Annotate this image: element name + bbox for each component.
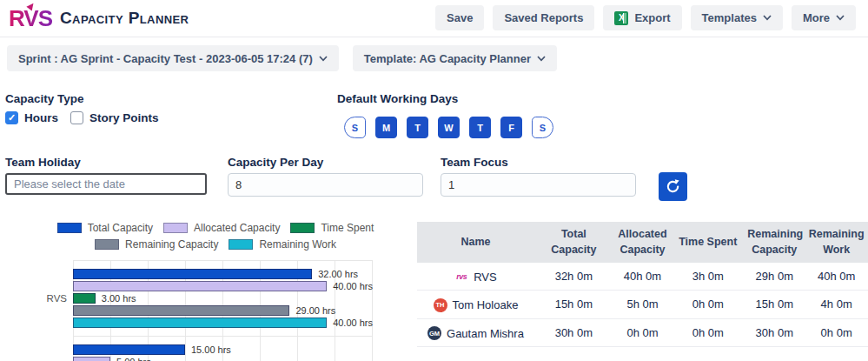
save-button[interactable]: Save: [435, 5, 484, 30]
story-points-label: Story Points: [89, 111, 159, 124]
chart-legend: Total CapacityAllocated CapacityTime Spe…: [50, 222, 381, 251]
remaining-capacity-cell: 15h 0m: [744, 291, 805, 319]
story-points-option[interactable]: Story Points: [70, 111, 159, 124]
working-days-label: Default Working Days: [337, 92, 553, 105]
column-header-allocated-capacity: Allocated Capacity: [613, 222, 672, 263]
allocated-cell: 5h 0m: [613, 291, 672, 319]
legend-item-remaining-work[interactable]: Remaining Work: [229, 238, 335, 251]
brand: RVS Capacity Planner: [9, 7, 189, 30]
legend-item-allocated-capacity[interactable]: Allocated Capacity: [163, 222, 280, 234]
team-focus-label: Team Focus: [441, 156, 636, 169]
category-label: RVS: [0, 293, 73, 304]
working-days-row: SMTWTFS: [337, 117, 553, 138]
hours-checkbox[interactable]: ✓: [5, 111, 18, 124]
legend-swatch: [57, 223, 82, 233]
sprint-selector-label: Sprint : AG Sprint - Capacity Test - 202…: [18, 52, 313, 65]
capacity-type-group: Capacity Type ✓ Hours Story Points: [5, 92, 332, 138]
legend-item-total-capacity[interactable]: Total Capacity: [57, 222, 153, 234]
sprint-selector[interactable]: Sprint : AG Sprint - Capacity Test - 202…: [7, 45, 339, 71]
saved-reports-button[interactable]: Saved Reports: [493, 5, 594, 30]
capacity-table: NameTotal CapacityAllocated CapacityTime…: [417, 222, 868, 347]
chevron-down-icon: [763, 15, 772, 21]
hours-label: Hours: [24, 111, 58, 124]
working-days-group: Default Working Days SMTWTFS: [332, 92, 553, 138]
templates-button[interactable]: Templates: [691, 5, 783, 30]
template-selector[interactable]: Template: AG Capacity Planner: [353, 45, 557, 71]
capacity-table-wrap: NameTotal CapacityAllocated CapacityTime…: [417, 222, 868, 361]
template-selector-label: Template: AG Capacity Planner: [364, 52, 531, 65]
remaining-capacity-cell: 30h 0m: [744, 318, 805, 347]
legend-item-remaining-capacity[interactable]: Remaining Capacity: [95, 238, 218, 251]
user-name: Gautam Mishra: [447, 327, 524, 340]
name-cell: rvsRVS: [417, 263, 534, 291]
refresh-button[interactable]: [659, 172, 687, 201]
chevron-down-icon: [537, 56, 546, 62]
time-spent-cell: 0h 0m: [672, 318, 744, 347]
working-day-1-m[interactable]: M: [375, 117, 397, 138]
time-spent-cell: 3h 0m: [672, 263, 744, 291]
bar-allocated-capacity: [73, 357, 110, 361]
bar-row: 40.00 hrs: [73, 318, 373, 328]
team-holiday-label: Team Holiday: [5, 156, 207, 169]
allocated-cell: 40h 0m: [613, 263, 672, 291]
remaining-capacity-cell: 29h 0m: [744, 263, 805, 291]
working-day-3-w[interactable]: W: [438, 117, 460, 138]
chart-group-rvs: RVS32.00 hrs40.00 hrs3.00 hrs29.00 hrs40…: [0, 260, 417, 336]
column-header-remaining-capacity: Remaining Capacity: [744, 222, 805, 263]
templates-label: Templates: [702, 11, 757, 24]
legend-item-time-spent[interactable]: Time Spent: [290, 222, 374, 234]
working-day-4-t[interactable]: T: [469, 117, 491, 138]
legend-swatch: [95, 239, 119, 250]
bar-time-spent: [73, 293, 96, 304]
controls-panel: Capacity Type ✓ Hours Story Points Defau…: [0, 92, 868, 201]
more-label: More: [803, 11, 830, 24]
story-points-checkbox[interactable]: [70, 111, 83, 124]
working-day-0-s[interactable]: S: [344, 117, 366, 138]
table-row: THTom Holoake15h 0m5h 0m0h 0m15h 0m4h 0m: [417, 291, 868, 319]
user-name: Tom Holoake: [453, 298, 519, 311]
team-holiday-input[interactable]: [5, 173, 207, 195]
table-row: GMGautam Mishra30h 0m0h 0m0h 0m30h 0m0h …: [417, 318, 868, 347]
save-button-label: Save: [447, 11, 473, 24]
bars-area: 15.00 hrs5.00 hrs0.00 hrs15.00 hrs4.00 h…: [73, 336, 373, 361]
total-cell: 32h 0m: [534, 263, 613, 291]
bar-allocated-capacity: [73, 281, 327, 291]
avatar: GM: [427, 326, 441, 340]
working-day-5-f[interactable]: F: [500, 117, 522, 138]
more-button[interactable]: More: [792, 5, 856, 30]
hours-option[interactable]: ✓ Hours: [5, 111, 58, 124]
bar-value-label: 40.00 hrs: [333, 318, 373, 328]
working-day-6-s[interactable]: S: [532, 117, 553, 138]
main-content: Total CapacityAllocated CapacityTime Spe…: [0, 222, 868, 361]
remaining-work-cell: 0h 0m: [805, 318, 868, 347]
legend-label: Total Capacity: [88, 222, 153, 234]
chevron-down-icon: [319, 56, 328, 62]
capacity-type-label: Capacity Type: [5, 92, 332, 105]
page-title: Capacity Planner: [60, 9, 189, 28]
bar-row: 5.00 hrs: [73, 357, 373, 361]
bars-area: 32.00 hrs40.00 hrs3.00 hrs29.00 hrs40.00…: [73, 260, 373, 336]
column-header-remaining-work: Remaining Work: [805, 222, 868, 263]
capacity-per-day-input[interactable]: [228, 173, 423, 197]
avatar: TH: [434, 298, 447, 312]
export-label: Export: [634, 11, 670, 24]
team-focus-field: Team Focus: [441, 156, 636, 197]
bar-value-label: 40.00 hrs: [333, 281, 373, 291]
allocated-cell: 0h 0m: [613, 318, 672, 347]
team-focus-input[interactable]: [441, 173, 636, 197]
chevron-down-icon: [836, 15, 845, 21]
working-day-2-t[interactable]: T: [407, 117, 428, 138]
total-cell: 15h 0m: [534, 291, 613, 319]
export-button[interactable]: X Export: [603, 5, 681, 30]
saved-reports-label: Saved Reports: [504, 11, 583, 24]
bar-remaining-work: [73, 318, 327, 328]
legend-swatch: [229, 239, 253, 250]
bar-row: 29.00 hrs: [73, 305, 373, 316]
bar-total-capacity: [73, 344, 185, 355]
legend-label: Remaining Capacity: [125, 238, 218, 251]
time-spent-cell: 0h 0m: [672, 291, 744, 319]
capacity-per-day-label: Capacity Per Day: [228, 156, 423, 169]
table-header-row: NameTotal CapacityAllocated CapacityTime…: [417, 222, 868, 263]
bar-row: 15.00 hrs: [73, 344, 373, 355]
column-header-total-capacity: Total Capacity: [534, 222, 613, 263]
